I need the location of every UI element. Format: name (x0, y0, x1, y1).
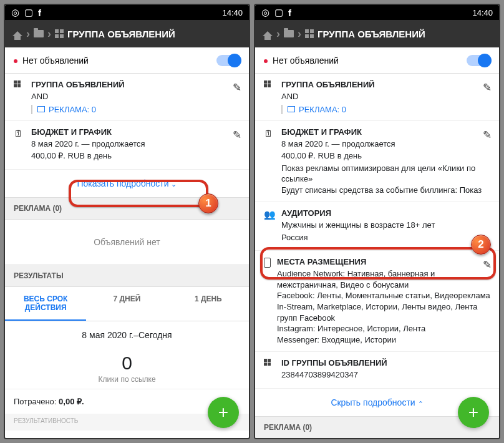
active-toggle[interactable] (467, 55, 490, 66)
show-details-label: Показать подробности (77, 178, 169, 188)
edit-button[interactable]: ✎ (483, 129, 492, 142)
device-icon (264, 258, 271, 268)
ad-count-link[interactable]: РЕКЛАМА: 0 (281, 105, 490, 114)
budget-amount: 400,00 ₽. RUB в день (31, 150, 240, 162)
placements-msg: Messenger: Входящие, Истории (277, 334, 490, 346)
clock: 14:40 (222, 8, 243, 17)
tab-lifetime[interactable]: ВЕСЬ СРОК ДЕЙСТВИЯ (5, 287, 86, 321)
results-tabs: ВЕСЬ СРОК ДЕЙСТВИЯ 7 ДНЕЙ 1 ДЕНЬ (5, 287, 249, 321)
grid-icon[interactable] (305, 29, 314, 38)
tab-1day[interactable]: 1 ДЕНЬ (168, 287, 249, 321)
result-metric: Клики по ссылке (5, 375, 249, 384)
ad-count-label: РЕКЛАМА: 0 (49, 105, 96, 114)
content: ✎ ГРУППА ОБЪЯВЛЕНИЙ AND РЕКЛАМА: 0 ✎ 🗓 Б (5, 74, 249, 438)
ad-count-label: РЕКЛАМА: 0 (299, 105, 346, 114)
fab-add-button[interactable]: + (208, 397, 239, 428)
callout-2-badge: 2 (471, 235, 491, 255)
date-range: 8 мая 2020 г.–Сегодня (5, 330, 249, 340)
chevron-down-icon: ⌄ (171, 180, 177, 188)
ad-icon (288, 106, 295, 112)
chevron-right-icon: › (298, 27, 301, 41)
facebook-icon: f (38, 7, 41, 18)
adset-name: AND (281, 91, 490, 102)
top-bar: Нет объявлений (5, 47, 249, 74)
calendar-icon: 🗓 (264, 128, 275, 139)
chrome-icon: ◎ (11, 7, 19, 18)
budget-billing: Будут списаны средства за событие биллин… (281, 185, 490, 196)
edit-button[interactable]: ✎ (483, 258, 492, 271)
placements-title: МЕСТА РАЗМЕЩЕНИЯ (277, 257, 490, 266)
results-body: 8 мая 2020 г.–Сегодня 0 Клики по ссылке (5, 321, 249, 389)
grid-icon[interactable] (55, 29, 64, 38)
content: ✎ ГРУППА ОБЪЯВЛЕНИЙ AND РЕКЛАМА: 0 ✎ 🗓 Б (255, 74, 499, 438)
spent-label: Потрачено: (14, 397, 56, 406)
adset-title: ГРУППА ОБЪЯВЛЕНИЙ (31, 80, 240, 89)
instagram-icon: ▢ (274, 7, 283, 18)
budget-amount: 400,00 ₽. RUB в день (281, 150, 490, 162)
adset-title: ГРУППА ОБЪЯВЛЕНИЙ (281, 80, 490, 89)
phone-right: ◎ ▢ f 14:40 › › ГРУППА ОБЪЯВЛЕНИЙ Нет об… (254, 4, 500, 439)
audience-geo: Россия (281, 232, 490, 243)
audience-title: АУДИТОРИЯ (281, 208, 490, 218)
audience-card: 👥 АУДИТОРИЯ Мужчины и женщины в возрасте… (255, 202, 499, 251)
status-text: Нет объявлений (22, 56, 89, 66)
callout-1-badge: 1 (198, 193, 218, 213)
edit-button[interactable]: ✎ (233, 129, 241, 142)
placements-fb: Facebook: Ленты, Моментальные статьи, Ви… (277, 290, 490, 323)
budget-card: ✎ 🗓 БЮДЖЕТ И ГРАФИК 8 мая 2020 г. — прод… (5, 121, 249, 170)
edit-button[interactable]: ✎ (233, 81, 241, 94)
active-toggle[interactable] (216, 55, 240, 66)
instagram-icon: ▢ (24, 7, 33, 18)
placements-ig: Instagram: Интересное, Истории, Лента (277, 323, 490, 334)
status-dot-icon (264, 59, 268, 63)
result-value: 0 (5, 353, 249, 374)
budget-title: БЮДЖЕТ И ГРАФИК (281, 127, 490, 137)
budget-title: БЮДЖЕТ И ГРАФИК (31, 127, 240, 137)
id-title: ID ГРУППЫ ОБЪЯВЛЕНИЙ (281, 358, 490, 368)
chrome-icon: ◎ (261, 7, 269, 18)
phone-left: ◎ ▢ f 14:40 › › ГРУППА ОБЪЯВЛЕНИЙ Нет об… (4, 4, 250, 439)
adset-card: ✎ ГРУППА ОБЪЯВЛЕНИЙ AND РЕКЛАМА: 0 (255, 74, 499, 121)
edit-button[interactable]: ✎ (483, 81, 492, 94)
budget-schedule: 8 мая 2020 г. — продолжается (31, 139, 240, 150)
adset-icon (14, 80, 25, 87)
adset-card: ✎ ГРУППА ОБЪЯВЛЕНИЙ AND РЕКЛАМА: 0 (5, 74, 249, 121)
id-value: 23844703899420347 (281, 369, 490, 381)
clock: 14:40 (472, 8, 493, 17)
top-bar: Нет объявлений (255, 47, 499, 74)
adset-icon (264, 80, 275, 87)
results-header: РЕЗУЛЬТАТЫ (5, 265, 249, 287)
folder-icon[interactable] (284, 30, 294, 37)
audience-demo: Мужчины и женщины в возрасте 18+ лет (281, 220, 490, 231)
breadcrumb: › › ГРУППА ОБЪЯВЛЕНИЙ (255, 20, 499, 47)
status-dot-icon (14, 59, 17, 63)
spent-value: 0,00 ₽. (59, 397, 84, 406)
status-icons: ◎ ▢ f (261, 7, 291, 18)
home-icon[interactable] (12, 31, 22, 36)
hide-details-label: Скрыть подробности (331, 397, 415, 407)
tab-7days[interactable]: 7 ДНЕЙ (86, 287, 167, 321)
fab-add-button[interactable]: + (458, 397, 489, 428)
audience-icon: 👥 (264, 209, 275, 220)
breadcrumb: › › ГРУППА ОБЪЯВЛЕНИЙ (5, 20, 249, 47)
facebook-icon: f (288, 7, 291, 18)
chevron-right-icon: › (47, 27, 51, 41)
budget-schedule: 8 мая 2020 г. — продолжается (281, 139, 490, 150)
ad-icon (37, 106, 45, 112)
chevron-right-icon: › (276, 27, 280, 41)
chevron-up-icon: ⌄ (418, 399, 424, 407)
id-card: ID ГРУППЫ ОБЪЯВЛЕНИЙ 23844703899420347 (255, 352, 499, 389)
ad-count-link[interactable]: РЕКЛАМА: 0 (31, 105, 240, 114)
status-icons: ◎ ▢ f (11, 7, 41, 18)
folder-icon[interactable] (34, 30, 44, 37)
breadcrumb-title: ГРУППА ОБЪЯВЛЕНИЙ (317, 29, 425, 39)
breadcrumb-title: ГРУППА ОБЪЯВЛЕНИЙ (67, 29, 175, 39)
show-details-button[interactable]: Показать подробности⌄ (5, 170, 249, 197)
budget-optimization: Показ рекламы оптимизирован для цели «Кл… (281, 163, 490, 185)
budget-card: ✎ 🗓 БЮДЖЕТ И ГРАФИК 8 мая 2020 г. — прод… (255, 121, 499, 203)
chevron-right-icon: › (26, 27, 30, 41)
adset-id-icon (264, 359, 275, 366)
status-bar: ◎ ▢ f 14:40 (255, 5, 499, 20)
home-icon[interactable] (263, 31, 273, 36)
status-bar: ◎ ▢ f 14:40 (5, 5, 249, 20)
